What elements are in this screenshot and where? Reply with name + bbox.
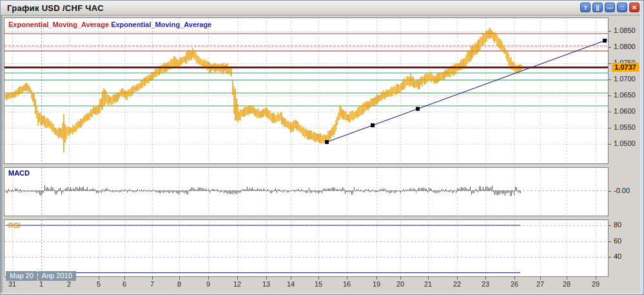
date-label: 6 [122,280,126,288]
month-badge: Мар 20 Апр 2010 [6,271,76,281]
rsi-canvas[interactable] [5,220,608,276]
macd-label: MACD [8,169,30,177]
date-tick [400,277,401,280]
date-tick [428,277,429,280]
date-tick [567,277,567,280]
date-tick [376,277,377,280]
date-label: 23 [482,280,489,288]
date-tick [457,277,458,280]
date-tick [485,277,486,280]
date-label: 28 [563,280,571,288]
price-chart-panel: Exponential_Moving_Average Exponential_M… [4,17,609,164]
time-axis[interactable]: 3112567891213141516192021222326272829 [1,277,644,292]
date-label: 31 [8,280,16,288]
date-tick [318,277,319,280]
date-label: 29 [592,280,600,288]
rsi-panel: RSI [4,219,609,277]
date-label: 13 [262,280,270,288]
date-label: 19 [373,280,380,288]
price-axis-label: 1.0700 [614,75,636,83]
date-label: 1 [39,280,43,288]
pause-button[interactable]: || [592,3,603,12]
rsi-axis-label: 80 [614,221,621,229]
date-tick [124,277,125,280]
help-button[interactable]: ? [580,3,590,12]
date-tick [540,277,541,280]
legend-ema-fast: Exponential_Moving_Average [8,21,109,28]
axis-tick [609,47,611,48]
date-label: 16 [343,280,351,288]
date-tick [514,277,515,280]
date-tick [347,277,347,280]
macd-panel: MACD [4,167,609,216]
macd-canvas[interactable] [5,168,608,216]
date-tick [152,277,153,280]
window-left-edge [1,15,3,295]
window-right-edge [640,1,643,295]
date-label: 21 [424,280,432,288]
date-label: 26 [511,280,518,288]
macd-value-label: -0.00 [614,187,630,194]
date-tick [208,277,209,280]
axis-tick [609,96,611,96]
month-badge-left: Мар 20 [6,271,37,281]
date-label: 12 [233,280,241,288]
legend-ema-slow: Exponential_Moving_Average [111,21,211,28]
price-axis-label: 1.0850 [614,26,636,34]
date-label: 22 [453,280,461,288]
axis-tick [609,144,611,145]
date-label: 27 [536,280,544,288]
axis-tick [609,257,611,258]
price-axis-label: 1.0500 [614,139,636,147]
current-price-badge: 1.0737 [612,63,639,72]
date-tick [179,277,180,280]
price-chart-canvas[interactable] [5,18,608,163]
rsi-axis-label: 60 [614,237,621,245]
title-bar[interactable]: График USD /CHF ЧАС ? || — □ ✕ [1,1,644,15]
date-label: 20 [396,280,404,288]
chart-window: График USD /CHF ЧАС ? || — □ ✕ Exponenti… [0,0,644,295]
date-tick [291,277,291,280]
date-label: 8 [177,280,181,288]
price-axis-label: 1.0650 [614,91,636,99]
axis-tick [609,191,611,192]
axis-tick [609,112,611,112]
axis-tick [609,79,611,80]
axis-tick [609,225,611,226]
date-tick [596,277,596,280]
rsi-label: RSI [8,221,20,229]
axis-tick [609,31,611,32]
axis-tick [609,241,611,242]
axis-tick [609,128,611,128]
window-title: График USD /CHF ЧАС [7,3,104,13]
date-tick [237,277,238,280]
indicator-legend: Exponential_Moving_Average Exponential_M… [8,21,211,28]
month-badge-right: Апр 2010 [38,271,76,281]
rsi-axis-label: 40 [614,252,621,260]
date-label: 5 [97,280,101,288]
date-label: 14 [287,280,295,288]
date-tick [99,277,99,280]
date-label: 9 [206,280,210,288]
price-axis[interactable]: -0.00 1.08501.08001.07501.07001.06501.06… [609,1,644,295]
window-bottom-edge [1,292,644,294]
axis-tick [609,63,611,64]
price-axis-label: 1.0800 [614,43,636,50]
date-tick [266,277,267,280]
date-label: 2 [67,280,71,288]
price-axis-label: 1.0600 [614,107,636,115]
date-label: 7 [150,280,154,288]
price-axis-label: 1.0550 [614,123,636,131]
date-label: 15 [315,280,322,288]
